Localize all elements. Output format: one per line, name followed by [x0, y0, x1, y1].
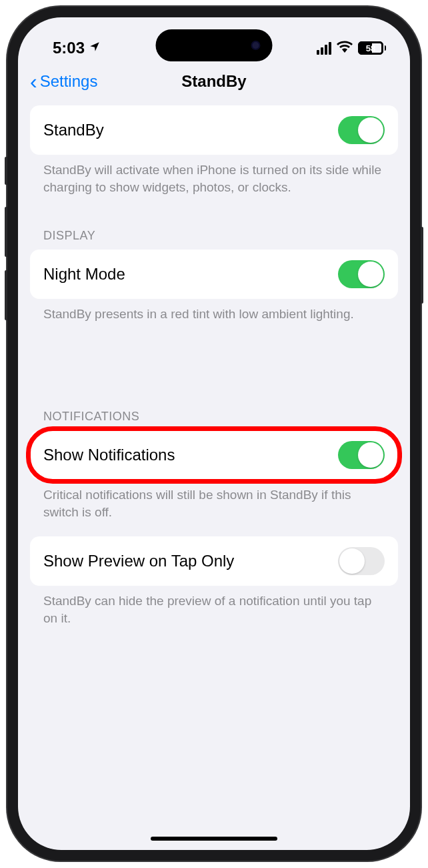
toggle-knob [339, 548, 365, 574]
cellular-signal-icon [317, 42, 331, 55]
power-button [421, 227, 423, 304]
show-preview-footer: StandBy can hide the preview of a notifi… [30, 586, 398, 642]
status-time: 5:03 [53, 39, 85, 57]
toggle-knob [358, 442, 383, 468]
show-notifications-toggle[interactable] [338, 441, 385, 469]
night-mode-cell[interactable]: Night Mode [30, 250, 398, 299]
standby-label: StandBy [43, 121, 104, 139]
show-preview-label: Show Preview on Tap Only [43, 552, 234, 570]
camera-dot [251, 41, 261, 50]
notifications-header: NOTIFICATIONS [30, 403, 398, 430]
volume-down-button [5, 270, 7, 320]
phone-frame: 5:03 [7, 7, 421, 861]
toggle-knob [358, 262, 383, 287]
display-header: DISPLAY [30, 222, 398, 250]
display-footer: StandBy presents in a red tint with low … [30, 299, 398, 339]
nav-bar: ‹ Settings StandBy [18, 64, 410, 105]
status-left: 5:03 [53, 39, 101, 57]
wifi-icon [337, 39, 353, 57]
section-display: DISPLAY Night Mode StandBy presents in a… [30, 222, 398, 339]
back-label: Settings [40, 72, 98, 91]
page-title: StandBy [181, 72, 246, 91]
standby-cell[interactable]: StandBy [30, 105, 398, 155]
battery-icon: 58 [358, 41, 386, 55]
standby-toggle[interactable] [338, 116, 385, 144]
toggle-knob [358, 117, 383, 143]
content-area: StandBy StandBy will activate when iPhon… [18, 105, 410, 642]
section-notifications: NOTIFICATIONS Show Notifications Critica… [30, 403, 398, 643]
battery-percent: 58 [366, 43, 375, 53]
show-preview-cell[interactable]: Show Preview on Tap Only [30, 536, 398, 586]
night-mode-label: Night Mode [43, 265, 125, 284]
show-preview-toggle[interactable] [338, 547, 385, 575]
chevron-back-icon: ‹ [30, 71, 37, 92]
back-button[interactable]: ‹ Settings [30, 71, 97, 92]
mute-switch [5, 157, 7, 185]
dynamic-island [156, 29, 273, 61]
home-indicator[interactable] [151, 837, 277, 841]
standby-footer: StandBy will activate when iPhone is tur… [30, 155, 398, 211]
status-right: 58 [317, 39, 386, 57]
volume-up-button [5, 207, 7, 257]
section-standby: StandBy StandBy will activate when iPhon… [30, 105, 398, 211]
show-notifications-cell[interactable]: Show Notifications [30, 430, 398, 480]
night-mode-toggle[interactable] [338, 260, 385, 288]
spacer [30, 350, 398, 403]
show-notifications-label: Show Notifications [43, 446, 175, 464]
location-icon [89, 41, 101, 56]
screen: 5:03 [18, 17, 410, 850]
show-notifications-footer: Critical notifications will still be sho… [30, 480, 398, 536]
